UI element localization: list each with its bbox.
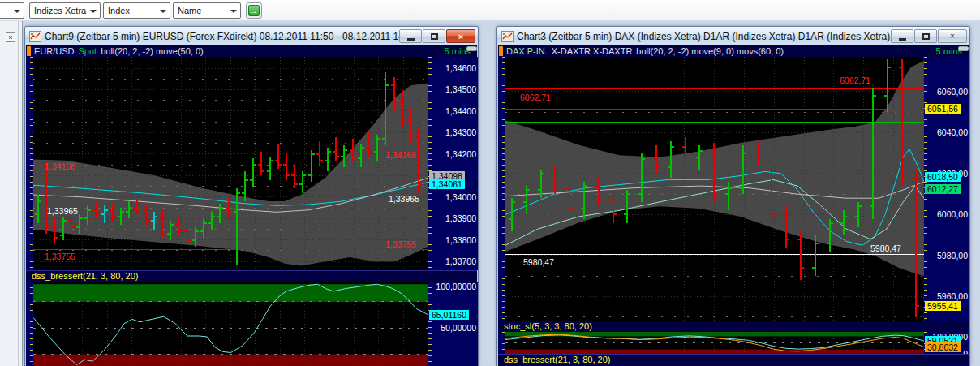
indicator-row: 100,0000050,0000065,01160 bbox=[26, 282, 477, 366]
indicator-panel-title: dss_bressert(21, 3, 80, 20) bbox=[498, 354, 969, 365]
close-icon: × bbox=[950, 32, 955, 41]
scrollbar-thumb[interactable] bbox=[466, 46, 477, 51]
axis-tick-label: 5980,00 bbox=[937, 251, 968, 261]
series-color-block bbox=[27, 46, 31, 56]
top-toolbar: Indizes Xetra Index Name → bbox=[0, 0, 980, 21]
market-label: Spot bbox=[79, 46, 97, 57]
left-tick-axis bbox=[26, 282, 33, 366]
window-title: Chart9 (Zeitbar 5 min) EURUSD (Forex FXd… bbox=[45, 31, 399, 42]
axis-tick-label: 50,00000 bbox=[441, 323, 476, 333]
indicator-axis[interactable]: 100,0000059,052130,8032 bbox=[924, 332, 970, 354]
maximize-icon bbox=[922, 33, 930, 40]
axis-tick-label: 1,34400 bbox=[445, 106, 476, 116]
svg-text:1,34168: 1,34168 bbox=[45, 161, 75, 171]
chevron-down-icon bbox=[90, 10, 97, 13]
left-tick-axis bbox=[498, 57, 505, 321]
maximize-button[interactable] bbox=[914, 29, 937, 43]
price-marker-box: 6018,50 bbox=[925, 172, 961, 182]
titlebar[interactable]: Chart9 (Zeitbar 5 min) EURUSD (Forex FXd… bbox=[25, 27, 478, 45]
dropdown-name[interactable]: Name bbox=[173, 2, 241, 19]
chevron-down-icon bbox=[230, 10, 237, 13]
chart-content: DAX P-IN. X-DAXTR X-DAXTR boll(20, 2, -2… bbox=[498, 45, 969, 366]
axis-tick-label: 5960,00 bbox=[937, 291, 968, 301]
indicator-axis[interactable]: 100,0000050,0000065,01160 bbox=[428, 282, 479, 366]
dax-price-plot[interactable]: 6062,716062,715980,475980,47 bbox=[505, 57, 924, 321]
chevron-down-icon bbox=[160, 10, 166, 13]
chevron-down-icon bbox=[14, 10, 20, 13]
main-chart-row: 1,341681,341681,339651,339651,337551,337… bbox=[26, 57, 477, 270]
dss-bressert-plot[interactable] bbox=[33, 282, 428, 366]
indicator-panel-title: stoc_sl(5, 3, 3, 80, 20) bbox=[498, 321, 969, 332]
maximize-icon bbox=[431, 33, 438, 40]
window-title: Chart3 (Zeitbar 5 min) DAX (Indizes Xetr… bbox=[517, 31, 891, 42]
minimize-button[interactable] bbox=[891, 29, 913, 43]
svg-text:6062,71: 6062,71 bbox=[840, 75, 870, 85]
axis-tick-label: 1,33700 bbox=[445, 256, 476, 266]
chart-header: EUR/USD Spot boll(20, 2, -2) move(50, 0)… bbox=[26, 45, 477, 57]
window-chart3-dax: Chart3 (Zeitbar 5 min) DAX (Indizes Xetr… bbox=[496, 26, 970, 366]
price-marker-box: 30,8032 bbox=[925, 342, 961, 352]
symbol-label: EUR/USD bbox=[34, 46, 75, 57]
go-arrow-icon: → bbox=[248, 5, 260, 16]
svg-text:1,33755: 1,33755 bbox=[45, 252, 75, 261]
axis-tick-label: 1,34600 bbox=[445, 63, 476, 73]
chart-window-icon bbox=[501, 31, 514, 42]
docked-panel-edge: × bbox=[0, 21, 23, 366]
left-tick-axis bbox=[26, 57, 33, 270]
titlebar[interactable]: Chart3 (Zeitbar 5 min) DAX (Indizes Xetr… bbox=[497, 27, 969, 45]
price-marker-box: 6051,56 bbox=[925, 104, 961, 114]
dropdown-index[interactable]: Index bbox=[103, 2, 170, 19]
axis-tick-label: 6000,00 bbox=[937, 209, 968, 219]
go-button[interactable]: → bbox=[246, 2, 262, 19]
indicator-panel-title: dss_bressert(21, 3, 80, 20) bbox=[26, 270, 477, 282]
studies-label: boll(20, 2, -2) move(50, 0) bbox=[101, 46, 204, 57]
chart-header: DAX P-IN. X-DAXTR X-DAXTR boll(20, 2, -2… bbox=[498, 45, 969, 57]
axis-tick-label: 1,33800 bbox=[445, 235, 476, 245]
svg-text:1,33755: 1,33755 bbox=[385, 239, 416, 249]
close-button[interactable]: × bbox=[938, 29, 967, 43]
dropdown-label: Indizes Xetra bbox=[34, 6, 86, 15]
axis-tick-label: 0 bbox=[963, 349, 968, 354]
price-marker-box: 65,01160 bbox=[429, 310, 469, 320]
symbol-label: DAX P-IN. bbox=[506, 46, 548, 57]
svg-text:1,34168: 1,34168 bbox=[385, 150, 416, 160]
axis-tick-label: 1,34000 bbox=[445, 192, 476, 202]
svg-text:5980,47: 5980,47 bbox=[870, 243, 901, 253]
maximize-button[interactable] bbox=[423, 29, 445, 43]
axis-tick-label: 100,00000 bbox=[436, 282, 476, 291]
stoc-sl-plot[interactable] bbox=[505, 332, 924, 354]
market-label: X-DAXTR X-DAXTR bbox=[552, 46, 633, 57]
price-marker-box: 1,34061 bbox=[429, 179, 465, 189]
price-marker-box: 6012,27 bbox=[925, 184, 961, 194]
minimize-icon bbox=[899, 38, 906, 41]
axis-tick-label: 1,34300 bbox=[445, 127, 476, 137]
panel-close-button[interactable]: × bbox=[6, 32, 15, 42]
axis-tick-label: 1,34200 bbox=[445, 149, 476, 159]
dropdown-label: Index bbox=[108, 6, 130, 15]
price-axis[interactable]: 1,346001,345001,344001,343001,342001,340… bbox=[428, 57, 479, 270]
panel-divider bbox=[18, 21, 19, 366]
svg-text:5980,47: 5980,47 bbox=[523, 257, 554, 267]
chart-window-icon bbox=[29, 31, 41, 42]
indicator-row: 100,0000059,052130,8032 bbox=[498, 332, 969, 354]
axis-tick-label: 1,33900 bbox=[445, 213, 476, 223]
svg-text:1,33965: 1,33965 bbox=[389, 194, 419, 204]
price-axis[interactable]: 6060,006040,006020,006000,005980,005960,… bbox=[924, 57, 970, 321]
axis-tick-label: 6040,00 bbox=[937, 127, 968, 137]
series-color-block bbox=[499, 46, 503, 56]
minimize-icon bbox=[407, 38, 415, 41]
svg-text:6062,71: 6062,71 bbox=[520, 93, 551, 102]
chart-content: EUR/USD Spot boll(20, 2, -2) move(50, 0)… bbox=[26, 45, 477, 366]
close-button[interactable]: × bbox=[446, 29, 475, 43]
scrollbar-thumb[interactable] bbox=[958, 46, 969, 51]
price-marker-box: 5955,41 bbox=[925, 301, 961, 311]
minimize-button[interactable] bbox=[399, 29, 422, 43]
dropdown-indizes-xetra[interactable]: Indizes Xetra bbox=[29, 2, 101, 19]
eurusd-price-plot[interactable]: 1,341681,341681,339651,339651,337551,337… bbox=[33, 57, 428, 270]
close-icon: × bbox=[458, 32, 463, 41]
svg-text:1,33965: 1,33965 bbox=[47, 206, 78, 216]
dropdown-label: Name bbox=[178, 6, 201, 15]
partial-dropdown[interactable] bbox=[0, 2, 24, 19]
main-chart-row: 6062,716062,715980,475980,47 6060,006040… bbox=[498, 57, 969, 321]
left-tick-axis bbox=[498, 332, 505, 354]
